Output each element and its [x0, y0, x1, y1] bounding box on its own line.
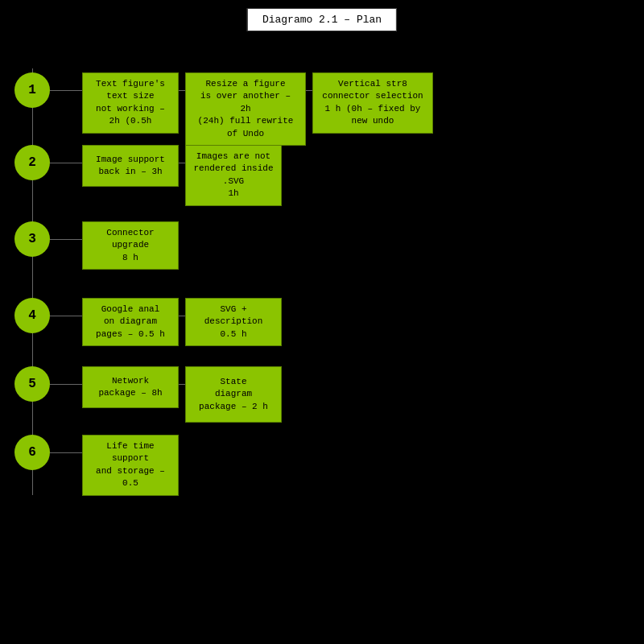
card-1-2: Resize a figure is over another – 2h (24… — [185, 72, 306, 146]
h-line-to-cards-1 — [50, 90, 82, 91]
card-2-2: Images are not rendered inside .SVG 1h — [185, 145, 282, 206]
card-5-2: State diagram package – 2 h — [185, 366, 282, 423]
card-connector-5-1 — [179, 384, 185, 385]
card-connector-2-1 — [179, 163, 185, 163]
h-line-to-cards-2 — [50, 163, 82, 163]
circle-3: 3 — [14, 221, 50, 257]
main-vertical-line — [32, 68, 33, 495]
card-4-1: Google anal on diagram pages – 0.5 h — [82, 298, 179, 346]
circle-4: 4 — [14, 298, 50, 333]
card-5-1: Network package – 8h — [82, 366, 179, 408]
h-line-to-cards-4 — [50, 316, 82, 316]
card-1-1: Text figure's text size not working – 2h… — [82, 72, 179, 134]
h-line-to-cards-5 — [50, 384, 82, 385]
card-connector-1-2 — [306, 90, 312, 91]
card-4-2: SVG + description 0.5 h — [185, 298, 282, 346]
card-3-1: Connector upgrade 8 h — [82, 221, 179, 270]
circle-5: 5 — [14, 366, 50, 402]
circle-6: 6 — [14, 435, 50, 470]
card-2-1: Image support back in – 3h — [82, 145, 179, 187]
h-line-to-cards-6 — [50, 452, 82, 453]
card-connector-4-1 — [179, 316, 185, 316]
card-1-3: Vertical str8 connector selection 1 h (0… — [312, 72, 433, 134]
h-line-to-cards-3 — [50, 239, 82, 240]
card-connector-1-1 — [179, 90, 185, 91]
card-6-1: Life time support and storage – 0.5 — [82, 435, 179, 496]
circle-2: 2 — [14, 145, 50, 180]
circle-1: 1 — [14, 72, 50, 108]
